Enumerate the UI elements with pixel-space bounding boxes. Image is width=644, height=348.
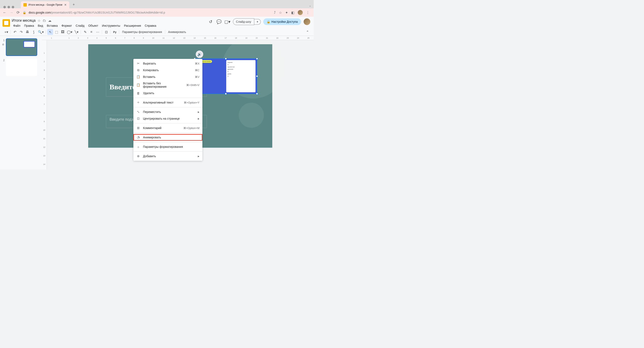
menu-insert[interactable]: Вставка [45,23,59,28]
comments-icon[interactable]: 💬 [216,19,222,25]
ctx-item-delete[interactable]: 🗑Удалить [134,90,202,96]
resize-handle[interactable] [256,58,258,59]
slides-logo-icon[interactable] [2,19,10,27]
ctx-item-paste-special[interactable]: 📋Вставить без форматирования⌘+Shift+V [134,80,202,90]
animate-button[interactable]: Анимировать [166,30,188,34]
forward-button[interactable]: → [9,10,14,15]
menu-edit[interactable]: Правка [22,23,35,28]
bookmark-icon[interactable]: ☆ [279,11,282,15]
browser-menu-icon[interactable]: ⋮ [306,11,310,15]
collapse-toolbar-icon[interactable]: ⌃ [304,29,310,35]
maximize-window-icon[interactable] [12,6,14,8]
resize-handle[interactable] [256,93,258,95]
menu-view[interactable]: Вид [36,23,44,28]
ctx-item-copy[interactable]: ⧉Копировать⌘C [134,67,202,73]
line-tool[interactable]: ╲▾ [74,29,80,35]
move-folder-icon[interactable]: 🗀 [43,19,46,22]
menu-extensions[interactable]: Расширения [122,23,142,28]
zoom-button[interactable]: 🔍▾ [37,29,44,35]
panel-icon[interactable]: ◧ [291,11,294,15]
menu-file[interactable]: Файл [12,23,22,28]
chevron-right-icon: ▶ [198,118,200,120]
ctx-item-move[interactable]: ⤡Переместить▶ [134,109,202,115]
new-tab-button[interactable]: + [71,2,77,7]
menu-format[interactable]: Формат [60,23,74,28]
main-area: 1 ⊘ 2 1123456789101112131415161718192021… [0,36,314,170]
crop-tool[interactable]: ⊡ [103,29,109,35]
ctx-item-add[interactable]: ⊕Добавить▶ [134,153,202,160]
paint-format-button[interactable]: ⟆ [31,29,36,35]
browser-chrome: Итоги месяца - Google Презе ✕ + ⌄ ← → ⟳ … [0,0,314,17]
ctx-item-animate[interactable]: ◔Анимировать [134,134,202,141]
context-menu: ✂Вырезать⌘X⧉Копировать⌘C📋Вставить⌘V📋Вста… [134,59,202,161]
back-button[interactable]: ← [2,10,7,15]
selected-object[interactable]: оффер из почта ицынаапроектовдалиевадова… [194,58,257,94]
image-tool[interactable]: 🖼 [60,29,66,35]
py-button[interactable]: Py [112,29,118,35]
ctx-item-format[interactable]: ⟐Параметры форматирования [134,143,202,150]
resize-handle[interactable] [225,93,227,95]
format-options-button[interactable]: Параметры форматирования [120,30,164,34]
menu-object[interactable]: Объект [87,23,100,28]
ctx-item-comment[interactable]: ⊞Комментарий⌘+Option+M [134,125,202,131]
object-card: ицынаапроектовдалиевадоваа [226,60,256,92]
slideshow-dropdown-icon[interactable]: ▼ [254,19,261,25]
meet-icon[interactable]: ▢▾ [224,19,230,25]
film-strip: 1 ⊘ 2 [0,36,42,170]
ctx-item-paste[interactable]: 📋Вставить⌘V [134,73,202,80]
format-icon: ⟐ [136,145,140,149]
textbox-tool[interactable]: ⬚ [54,29,60,35]
url-field[interactable]: docs.google.com/presentation/d/1-qp78zwC… [29,11,272,14]
menu-tools[interactable]: Инструменты [100,23,122,28]
ctx-item-cut[interactable]: ✂Вырезать⌘X [134,60,202,67]
cloud-status-icon[interactable]: ☁ [48,18,52,22]
reload-button[interactable]: ⟳ [16,10,20,15]
document-title[interactable]: Итоги месяца [12,18,36,23]
menu-bar: Файл Правка Вид Вставка Формат Слайд Объ… [12,23,206,28]
resize-handle[interactable] [225,58,227,59]
redo-button[interactable]: ↷ [18,29,24,35]
share-button[interactable]: 🔒 Настройки Доступа [263,18,301,25]
share-page-icon[interactable]: ⤴ [274,11,276,14]
copy-icon: ⧉ [136,68,140,72]
print-button[interactable]: 🖶 [24,29,30,35]
tab-title: Итоги месяца - Google Презе [28,3,62,6]
minimize-window-icon[interactable] [8,6,10,8]
animate-icon: ◔ [136,136,140,139]
sound-icon[interactable]: 🔊 [196,50,203,58]
slideshow-button[interactable]: Слайд-шоу ▼ [233,18,261,25]
canvas-wrap[interactable]: 🔊 Введите заголово Введите подзаголовок … [47,40,314,170]
lock-icon[interactable]: 🔒 [22,11,26,14]
history-icon[interactable]: ↺ [208,19,214,25]
decorative-circle [239,103,264,128]
center-icon: ⊡ [136,117,140,121]
browser-profile-avatar[interactable] [298,10,303,15]
window-controls [2,3,17,8]
new-slide-button[interactable]: +▾ [3,29,9,35]
border-weight-tool[interactable]: ≡ [88,29,94,35]
ctx-item-center[interactable]: ⊡Центрировать на странице▶ [134,115,202,122]
select-tool[interactable]: ↖ [47,29,53,35]
close-window-icon[interactable] [3,6,6,8]
pen-color-tool[interactable]: ✎ [82,29,88,35]
canvas-area: 1123456789101112131415161718192021222324… [42,36,314,170]
account-avatar[interactable] [304,18,310,25]
border-dash-tool[interactable]: ⋯ [95,29,100,35]
tab-close-icon[interactable]: ✕ [64,3,67,6]
undo-button[interactable]: ↶ [12,29,18,35]
slide-thumbnail-2[interactable] [6,58,37,76]
extensions-icon[interactable]: ✦ [285,11,288,15]
ctx-item-alt-text[interactable]: ✧Альтернативный текст⌘+Option+Y [134,99,202,106]
app-area: Итоги месяца ☆ 🗀 ☁ Файл Правка Вид Встав… [0,17,314,170]
star-icon[interactable]: ☆ [38,18,40,22]
resize-handle[interactable] [256,75,258,77]
slide-number: 2 [2,58,4,76]
browser-tab[interactable]: Итоги месяца - Google Презе ✕ [21,1,69,8]
menu-help[interactable]: Справка [143,23,158,28]
menu-slide[interactable]: Слайд [74,23,86,28]
slide-number: 1 [2,38,4,42]
slide-thumbnail-1[interactable] [6,38,37,56]
add-icon: ⊕ [136,154,140,158]
tabs-overflow-icon[interactable]: ⌄ [309,4,311,8]
shape-tool[interactable]: ◯▾ [66,29,73,35]
